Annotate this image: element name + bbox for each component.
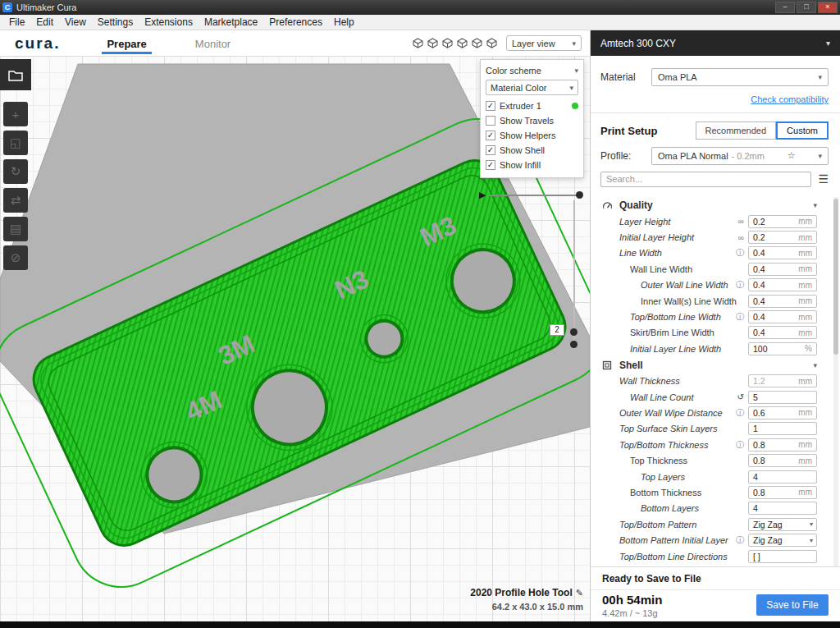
title-bar[interactable]: C Ultimaker Cura – □ ×: [0, 0, 840, 15]
view-mode-dropdown[interactable]: Layer view ▾: [506, 35, 582, 51]
custom-mode-button[interactable]: Custom: [776, 121, 829, 140]
checkbox-row-extruder-1[interactable]: ✓Extruder 1: [486, 99, 578, 113]
setting-row-bottom-thickness: Bottom Thickness0.8mm: [591, 484, 832, 500]
recommended-mode-button[interactable]: Recommended: [696, 121, 777, 140]
setting-value-field[interactable]: 5: [748, 391, 817, 404]
checkbox-checked-icon[interactable]: ✓: [486, 160, 495, 170]
rename-pencil-icon[interactable]: ✎: [576, 588, 583, 598]
checkbox-checked-icon[interactable]: ✓: [486, 145, 495, 155]
category-quality[interactable]: Quality▾: [591, 197, 832, 213]
settings-menu-icon[interactable]: ☰: [818, 172, 829, 186]
star-icon[interactable]: ☆: [788, 150, 796, 161]
profile-dropdown[interactable]: Oma PLA Normal - 0.2mm ☆ ▾: [651, 147, 829, 165]
setting-value-field[interactable]: 0.6mm: [748, 406, 817, 419]
simulation-slider-handle[interactable]: [576, 191, 583, 199]
view-bottom-icon[interactable]: [486, 38, 497, 49]
setting-value-field[interactable]: 0.2mm: [748, 215, 817, 228]
menu-item-extensions[interactable]: Extensions: [139, 15, 199, 30]
tab-prepare[interactable]: Prepare: [105, 33, 148, 54]
simulation-play-icon[interactable]: ▶: [479, 190, 486, 200]
menu-item-preferences[interactable]: Preferences: [263, 15, 328, 30]
menu-item-marketplace[interactable]: Marketplace: [199, 15, 263, 30]
info-icon[interactable]: ⓘ: [736, 279, 744, 291]
chevron-down-icon: ▾: [813, 201, 817, 209]
setting-value: 0.2: [749, 217, 798, 227]
layer-slider[interactable]: [573, 200, 575, 346]
save-to-file-button[interactable]: Save to File: [756, 594, 829, 616]
view-left-icon[interactable]: [456, 38, 468, 49]
checkbox-label: Show Infill: [500, 160, 541, 170]
menu-item-help[interactable]: Help: [328, 15, 360, 30]
checkbox-row-show-shell[interactable]: ✓Show Shell: [486, 143, 578, 158]
info-icon[interactable]: ⓘ: [736, 534, 744, 546]
chevron-down-icon: ▾: [574, 66, 578, 75]
tab-monitor[interactable]: Monitor: [194, 33, 232, 54]
revert-icon[interactable]: ↺: [737, 392, 744, 401]
checkbox-row-show-travels[interactable]: Show Travels: [486, 113, 578, 128]
search-input[interactable]: [600, 172, 811, 187]
scale-tool-button[interactable]: ◱: [3, 131, 28, 155]
checkbox-row-show-helpers[interactable]: ✓Show Helpers: [486, 128, 578, 143]
view-front-icon[interactable]: [427, 38, 438, 49]
color-scheme-dropdown[interactable]: Material Color ▾: [486, 80, 578, 95]
setting-value-field[interactable]: 4: [748, 502, 817, 515]
layer-slider-lower-handle[interactable]: [570, 341, 578, 348]
printer-selector[interactable]: Amtech 300 CXY ▾: [591, 30, 840, 56]
setting-value-field[interactable]: 0.4mm: [748, 326, 817, 339]
setting-value: 100: [749, 344, 805, 354]
view-right-icon[interactable]: [471, 38, 482, 49]
setting-value-field[interactable]: 1.2mm: [748, 374, 817, 387]
menu-item-settings[interactable]: Settings: [92, 15, 139, 30]
setting-value-field[interactable]: 0.4mm: [748, 278, 817, 291]
setting-value-field[interactable]: [ ]: [748, 550, 817, 563]
setting-value-field[interactable]: 0.4mm: [748, 310, 817, 323]
scrollbar-track[interactable]: [833, 197, 838, 566]
setting-dropdown[interactable]: Zig Zag▾: [748, 534, 817, 547]
close-button[interactable]: ×: [818, 2, 838, 13]
folder-icon: [8, 69, 23, 81]
setting-value-field[interactable]: 0.8mm: [748, 454, 817, 467]
layer-slider-upper-handle[interactable]: [570, 328, 578, 336]
setting-value-field[interactable]: 0.4mm: [748, 263, 817, 276]
window-title: Ultimaker Cura: [16, 2, 775, 12]
minimize-button[interactable]: –: [775, 2, 795, 13]
menu-item-edit[interactable]: Edit: [30, 15, 59, 30]
checkbox-unchecked-icon[interactable]: [486, 116, 495, 126]
info-icon[interactable]: ⓘ: [736, 439, 744, 451]
chevron-down-icon: ▾: [818, 73, 822, 81]
maximize-button[interactable]: □: [797, 2, 816, 13]
move-tool-button[interactable]: +: [3, 102, 28, 126]
setting-value-field[interactable]: 100%: [748, 342, 817, 355]
menu-item-view[interactable]: View: [59, 15, 92, 30]
material-dropdown[interactable]: Oma PLA ▾: [651, 68, 829, 86]
open-file-button[interactable]: [0, 59, 31, 90]
view-3d-icon[interactable]: [412, 38, 423, 49]
setting-value-field[interactable]: 0.2mm: [748, 231, 817, 244]
rotate-tool-button[interactable]: ↻: [3, 159, 28, 184]
per-model-settings-button[interactable]: ▤: [3, 217, 28, 241]
setting-value-field[interactable]: 0.8mm: [748, 438, 817, 452]
info-icon[interactable]: ⓘ: [736, 247, 744, 259]
setting-value-field[interactable]: 0.4mm: [748, 246, 817, 259]
view-top-icon[interactable]: [441, 38, 453, 49]
info-icon[interactable]: ⓘ: [736, 311, 744, 323]
setting-dropdown[interactable]: Zig Zag▾: [748, 518, 817, 531]
setting-value-field[interactable]: 0.8mm: [748, 486, 817, 499]
color-scheme-header[interactable]: Color scheme ▾: [486, 63, 578, 78]
mirror-tool-button[interactable]: ⇄: [3, 188, 28, 213]
setting-value-field[interactable]: 4: [748, 470, 817, 484]
checkbox-row-show-infill[interactable]: ✓Show Infill: [486, 158, 578, 172]
setting-label: Initial Layer Height: [619, 232, 694, 242]
simulation-slider[interactable]: [490, 195, 580, 196]
scrollbar-thumb[interactable]: [833, 199, 838, 355]
category-shell[interactable]: Shell▾: [591, 357, 832, 374]
checkbox-checked-icon[interactable]: ✓: [486, 101, 495, 111]
setting-value-field[interactable]: 0.4mm: [748, 295, 817, 308]
info-icon[interactable]: ⓘ: [736, 407, 744, 419]
check-compatibility-link[interactable]: Check compatibility: [751, 94, 829, 104]
support-blocker-button[interactable]: ⊘: [3, 245, 28, 270]
menu-item-file[interactable]: File: [3, 15, 30, 30]
scene-3d[interactable]: 4M3MN3M3 + ◱ ↻ ⇄ ▤ ⊘: [0, 56, 590, 621]
checkbox-checked-icon[interactable]: ✓: [486, 131, 495, 140]
setting-value-field[interactable]: 1: [748, 422, 817, 435]
